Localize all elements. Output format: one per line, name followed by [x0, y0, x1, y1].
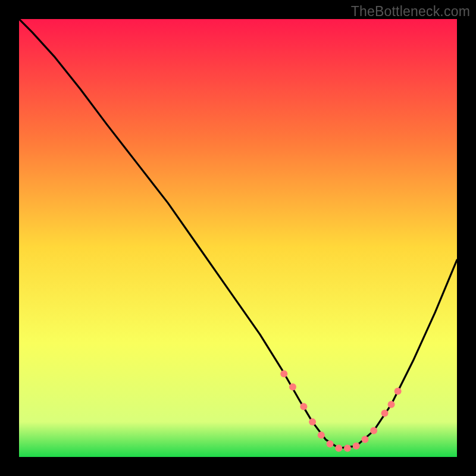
- gradient-background: [19, 19, 457, 457]
- highlight-dot: [318, 431, 325, 439]
- highlight-dot: [353, 443, 360, 450]
- highlight-dot: [327, 440, 334, 447]
- watermark-text: TheBottleneck.com: [351, 4, 470, 20]
- chart-frame: TheBottleneck.com: [0, 0, 476, 476]
- highlight-dot: [289, 383, 296, 390]
- highlight-dot: [309, 418, 316, 425]
- chart-svg: [19, 19, 457, 457]
- highlight-dot: [381, 409, 389, 416]
- highlight-dot: [280, 370, 287, 377]
- highlight-dot: [344, 444, 351, 452]
- highlight-dot: [370, 427, 377, 434]
- highlight-dot: [300, 403, 307, 410]
- highlight-dot: [388, 401, 395, 408]
- highlight-dot: [361, 436, 368, 443]
- highlight-dot: [335, 444, 342, 452]
- chart-plot-area: [19, 19, 457, 457]
- highlight-dot: [394, 388, 402, 395]
